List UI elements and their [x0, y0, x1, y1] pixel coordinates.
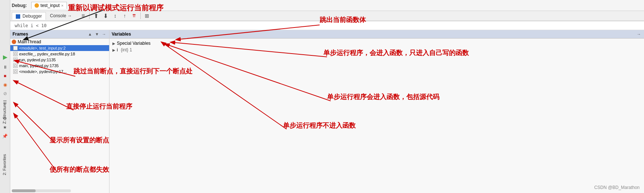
- frames-list: MainThread □ <module>, test_input.py:2 □…: [10, 39, 109, 189]
- variables-list: ▶ Special Variables ▶ i {int} 1: [109, 39, 644, 193]
- frame-item-0[interactable]: □ <module>, test_input.py:2: [10, 45, 109, 51]
- frames-title: Frames: [12, 32, 28, 37]
- var-i-type: {int} 1: [121, 47, 132, 52]
- main-content: Debug: test_input × Debugger Console → ≡…: [10, 0, 644, 193]
- sidebar-pause-icon[interactable]: ⏸: [1, 63, 9, 71]
- test-input-tab[interactable]: test_input ×: [31, 2, 66, 9]
- frame-item-1[interactable]: □ execfile_, pydev_execfile.py:18: [10, 51, 109, 57]
- step-out-btn[interactable]: ↑: [120, 12, 129, 20]
- variables-panel-header: Variables →: [109, 30, 644, 39]
- rerun-btn[interactable]: ≡: [79, 12, 87, 20]
- step-into-btn[interactable]: ⬇: [101, 12, 110, 20]
- frame-label-4: <module>, pydevd.py:17...: [19, 69, 67, 74]
- frames-panel-header: Frames ▲ ▼ →: [10, 30, 109, 39]
- thread-dot: [12, 40, 16, 44]
- tab-name: test_input: [40, 3, 60, 8]
- frame-icon-4: □: [13, 69, 18, 74]
- debugger-tab-label: Debugger: [22, 14, 42, 19]
- toolbar-sep1: [89, 12, 90, 19]
- var-special-arrow: ▶: [112, 41, 115, 45]
- tab-close-btn[interactable]: ×: [61, 3, 63, 8]
- frames-header-icons: ▲ ▼ →: [87, 31, 107, 37]
- thread-item[interactable]: MainThread: [10, 39, 109, 45]
- frames-up-icon[interactable]: ▲: [87, 31, 93, 37]
- frames-btn[interactable]: ⊞: [143, 12, 151, 20]
- frame-icon-3: □: [13, 63, 18, 68]
- debug-panels: Frames ▲ ▼ → MainThread □: [10, 30, 644, 193]
- toolbar-sep2: [140, 12, 141, 19]
- frame-icon-1: □: [13, 52, 18, 56]
- scroll-thumb[interactable]: [12, 189, 36, 192]
- debugger-tab-icon: [16, 14, 20, 19]
- console-tab[interactable]: Console →: [46, 12, 76, 20]
- tab-file-icon: [35, 3, 39, 8]
- var-special-name: Special Variables: [117, 41, 151, 46]
- debugger-tab[interactable]: Debugger: [12, 12, 46, 20]
- code-snippet: while i < 10: [12, 23, 50, 28]
- frame-item-3[interactable]: □ main, pydevd.py:1735: [10, 63, 109, 69]
- vars-header-icons: →: [636, 31, 642, 37]
- debugger-tab-bar: Debugger Console → ≡ ⬆ ⬇ ↕ ↑ ⇈ ⊞: [10, 11, 644, 21]
- console-arrow: →: [67, 13, 72, 18]
- bottom-credit: CSDN @BD_Marathon: [594, 185, 640, 190]
- frame-label-3: main, pydevd.py:1735: [19, 63, 59, 68]
- variables-panel: Variables → ▶ Special Variables ▶ i {int…: [109, 30, 644, 193]
- sidebar-mute-icon[interactable]: ⊘: [1, 90, 9, 98]
- sidebar-stop-icon[interactable]: ■: [1, 72, 9, 80]
- vars-expand-icon[interactable]: →: [636, 31, 642, 37]
- step-into-my-btn[interactable]: ↕: [111, 12, 119, 20]
- tab-bar: Debug: test_input ×: [10, 0, 644, 11]
- var-i-name: i: [117, 47, 118, 52]
- run-to-cursor-btn[interactable]: ⇈: [130, 12, 138, 20]
- frames-expand-icon[interactable]: →: [101, 31, 107, 37]
- thread-name: MainThread: [18, 39, 41, 44]
- debug-label: Debug:: [12, 3, 30, 8]
- frame-item-4[interactable]: □ <module>, pydevd.py:17...: [10, 69, 109, 74]
- frame-icon-0: □: [13, 46, 18, 50]
- frame-item-2[interactable]: □ run, pydevd.py:1135: [10, 57, 109, 63]
- frames-down-icon[interactable]: ▼: [94, 31, 100, 37]
- var-i-arrow: ▶: [112, 48, 115, 52]
- frames-panel: Frames ▲ ▼ → MainThread □: [10, 30, 109, 193]
- var-special[interactable]: ▶ Special Variables: [111, 40, 643, 47]
- sidebar-run-icon[interactable]: ▶: [1, 53, 9, 61]
- frame-icon-2: □: [13, 58, 18, 62]
- z-structure-label: Z: Structure: [2, 103, 7, 124]
- sidebar-restart-icon[interactable]: ◉: [1, 81, 9, 89]
- var-i[interactable]: ▶ i {int} 1: [111, 47, 643, 53]
- frame-label-1: execfile_, pydev_execfile.py:18: [19, 52, 75, 56]
- frame-label-0: <module>, test_input.py:2: [19, 46, 66, 50]
- step-over-btn[interactable]: ⬆: [91, 12, 100, 20]
- console-tab-label: Console: [50, 13, 66, 18]
- code-area: while i < 10: [10, 21, 644, 30]
- sidebar-star-icon[interactable]: ★: [1, 123, 9, 131]
- frame-label-2: run, pydevd.py:1135: [19, 58, 56, 62]
- left-sidebar: ▶ ⏸ ■ ◉ ⊘ ☰ ⚙ ★ 📌 Z: Structure 2: Favori…: [0, 0, 10, 193]
- variables-title: Variables: [112, 32, 131, 37]
- toolbar: ≡ ⬆ ⬇ ↕ ↑ ⇈ ⊞: [79, 12, 151, 20]
- fav-label: 2: Favorites: [2, 154, 7, 175]
- sidebar-pin-icon[interactable]: 📌: [1, 132, 9, 140]
